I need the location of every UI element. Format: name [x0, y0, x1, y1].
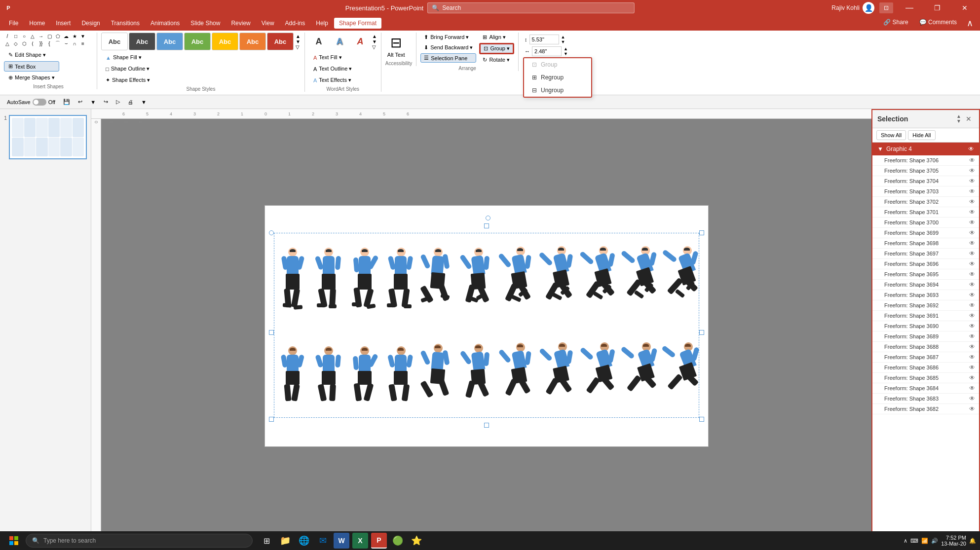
menu-animations[interactable]: Animations — [146, 18, 185, 29]
eye-icon-22[interactable]: 👁 — [969, 385, 975, 392]
pane-item-0[interactable]: Freeform: Shape 3706 👁 — [872, 155, 979, 166]
shape-pentagon[interactable]: ⬠ — [54, 33, 61, 39]
style-scroll-down[interactable]: ▼ — [296, 39, 301, 44]
menu-review[interactable]: Review — [226, 18, 255, 29]
eye-icon-0[interactable]: 👁 — [969, 157, 975, 164]
keyboard-icon[interactable]: ⌨ — [910, 538, 918, 544]
pane-item-19[interactable]: Freeform: Shape 3687 👁 — [872, 352, 979, 363]
text-box-btn[interactable]: ⊞ Text Box — [4, 61, 59, 72]
eye-icon-21[interactable]: 👁 — [969, 374, 975, 381]
text-outline-btn[interactable]: A Text Outline ▾ — [309, 64, 356, 74]
rotate-handle[interactable] — [486, 216, 490, 220]
eye-icon-11[interactable]: 👁 — [969, 271, 975, 278]
eye-icon-2[interactable]: 👁 — [969, 178, 975, 184]
shape-2[interactable]: △ — [4, 40, 11, 47]
menu-help[interactable]: Help — [311, 18, 333, 29]
mail-icon[interactable]: ✉ — [315, 533, 331, 549]
eye-icon-10[interactable]: 👁 — [969, 260, 975, 267]
text-effects-btn[interactable]: A Text Effects ▾ — [309, 75, 356, 85]
wordart-scroll-down[interactable]: ▼ — [372, 39, 377, 44]
group-dropdown-ungroup[interactable]: ⊟ Ungroup — [524, 84, 591, 97]
pane-item-23[interactable]: Freeform: Shape 3683 👁 — [872, 394, 979, 404]
ppt-icon[interactable]: P — [371, 533, 387, 549]
eye-icon-14[interactable]: 👁 — [969, 302, 975, 309]
shape-4[interactable]: ⬡ — [21, 40, 28, 47]
pane-item-7[interactable]: Freeform: Shape 3699 👁 — [872, 228, 979, 238]
menu-design[interactable]: Design — [76, 18, 105, 29]
pane-item-15[interactable]: Freeform: Shape 3691 👁 — [872, 311, 979, 321]
eye-icon-23[interactable]: 👁 — [969, 395, 975, 402]
notification-icon[interactable]: 🔔 — [969, 538, 976, 544]
group-dropdown-group[interactable]: ⊡ Group — [524, 58, 591, 71]
selection-handle-tc[interactable] — [484, 223, 489, 228]
menu-home[interactable]: Home — [24, 18, 50, 29]
selection-handle-br[interactable] — [699, 417, 704, 422]
shape-scroll[interactable]: ≡ — [79, 40, 86, 47]
menu-view[interactable]: View — [257, 18, 279, 29]
bring-forward-btn[interactable]: ⬆ Bring Forward ▾ — [420, 33, 476, 42]
height-input[interactable] — [529, 35, 559, 44]
send-backward-btn[interactable]: ⬇ Send Backward ▾ — [420, 43, 476, 52]
selection-handle-tl[interactable] — [269, 230, 274, 235]
width-input[interactable] — [532, 46, 562, 56]
chrome-icon[interactable]: 🟢 — [390, 533, 406, 549]
height-down[interactable]: ▼ — [561, 39, 565, 44]
search-box[interactable]: 🔍 Search — [427, 2, 635, 13]
eye-icon-20[interactable]: 👁 — [969, 364, 975, 371]
autosave-switch[interactable] — [33, 99, 46, 106]
pane-group-header[interactable]: ▼ Graphic 4 👁 — [872, 143, 979, 155]
eye-icon-5[interactable]: 👁 — [969, 209, 975, 216]
restore-btn[interactable]: ⊡ — [879, 2, 893, 13]
save-btn[interactable]: 💾 — [60, 97, 73, 107]
slide-thumbnail-1[interactable] — [9, 115, 87, 159]
pane-item-4[interactable]: Freeform: Shape 3702 👁 — [872, 197, 979, 207]
pane-item-10[interactable]: Freeform: Shape 3696 👁 — [872, 259, 979, 269]
align-btn[interactable]: ⊞ Align ▾ — [479, 33, 514, 42]
eye-icon-1[interactable]: 👁 — [969, 167, 975, 174]
excel-icon[interactable]: X — [352, 533, 368, 549]
eye-icon-16[interactable]: 👁 — [969, 323, 975, 330]
shape-8[interactable]: ⌒ — [54, 40, 61, 47]
network-icon[interactable]: 📶 — [921, 538, 928, 544]
shape-5[interactable]: ⟨ — [29, 40, 36, 47]
wordart-2[interactable]: A — [330, 33, 349, 50]
shape-circle[interactable]: ○ — [21, 33, 28, 39]
pane-item-18[interactable]: Freeform: Shape 3688 👁 — [872, 342, 979, 352]
wordart-3[interactable]: A — [350, 33, 370, 50]
shape-style-2[interactable]: Abc — [129, 33, 155, 50]
eye-icon-19[interactable]: 👁 — [969, 354, 975, 361]
shape-style-1[interactable]: Abc — [101, 33, 128, 50]
eye-icon-24[interactable]: 👁 — [969, 405, 975, 412]
alt-text-icon[interactable]: ⊟ — [390, 35, 402, 51]
eye-icon-12[interactable]: 👁 — [969, 281, 975, 288]
selection-handle-mr[interactable] — [699, 330, 704, 335]
shape-3[interactable]: ◇ — [12, 40, 19, 47]
clock[interactable]: 7:52 PM 13-Mar-20 — [941, 535, 966, 547]
rotate-btn[interactable]: ↻ Rotate ▾ — [479, 55, 514, 65]
pane-item-13[interactable]: Freeform: Shape 3693 👁 — [872, 290, 979, 300]
shape-style-6[interactable]: Abc — [239, 33, 266, 50]
group-dropdown-regroup[interactable]: ⊞ Regroup — [524, 71, 591, 84]
shape-effects-btn[interactable]: ✦ Shape Effects ▾ — [101, 75, 154, 85]
shape-10[interactable]: ∩ — [71, 40, 78, 47]
shape-more[interactable]: ▼ — [79, 33, 86, 39]
pane-item-17[interactable]: Freeform: Shape 3689 👁 — [872, 331, 979, 342]
undo-btn[interactable]: ↩ — [75, 97, 85, 107]
menu-slideshow[interactable]: Slide Show — [186, 18, 225, 29]
menu-shapeformat[interactable]: Shape Format — [334, 18, 381, 29]
selection-handle-bl[interactable] — [269, 417, 274, 422]
group-btn[interactable]: ⊡ Group ▾ — [479, 43, 514, 54]
eye-icon-3[interactable]: 👁 — [969, 188, 975, 195]
print-btn[interactable]: 🖨 — [125, 98, 136, 107]
pane-item-6[interactable]: Freeform: Shape 3700 👁 — [872, 218, 979, 228]
text-fill-btn[interactable]: A Text Fill ▾ — [309, 52, 356, 63]
menu-file[interactable]: File — [4, 18, 23, 29]
collapse-ribbon-btn[interactable]: ∧ — [964, 17, 976, 30]
style-scroll-up[interactable]: ▲ — [296, 34, 301, 39]
eye-icon-15[interactable]: 👁 — [969, 312, 975, 319]
undo-dropdown[interactable]: ▼ — [87, 98, 99, 107]
eye-icon-8[interactable]: 👁 — [969, 240, 975, 247]
close-button[interactable]: ✕ — [953, 0, 976, 16]
wordart-scroll-up[interactable]: ▲ — [372, 34, 377, 39]
pane-item-1[interactable]: Freeform: Shape 3705 👁 — [872, 166, 979, 176]
